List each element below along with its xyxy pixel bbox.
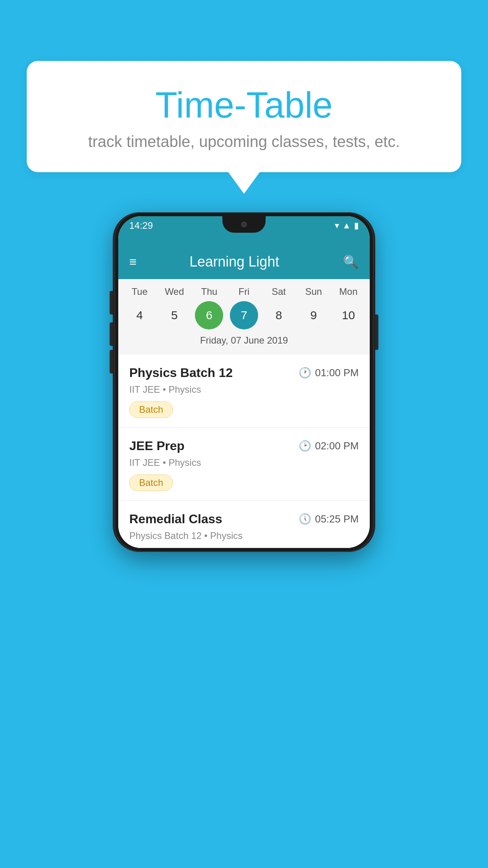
schedule-item-3-title: Remedial Class — [129, 512, 222, 526]
schedule-item-3-time: 🕔 05:25 PM — [299, 513, 359, 525]
calendar-header: Tue Wed Thu Fri Sat Sun Mon 4 5 6 7 8 9 … — [118, 279, 370, 355]
app-bar: ≡ Learning Light 🔍 — [118, 245, 370, 279]
schedule-item-1-subtitle: IIT JEE • Physics — [129, 384, 359, 395]
status-time: 14:29 — [129, 220, 153, 231]
day-5[interactable]: 5 — [160, 301, 189, 329]
day-name-sun: Sun — [299, 286, 328, 297]
search-icon[interactable]: 🔍 — [343, 254, 359, 269]
speech-bubble-title: Time-Table — [46, 85, 442, 126]
day-name-thu: Thu — [195, 286, 223, 297]
day-6-today[interactable]: 6 — [195, 301, 223, 329]
schedule-item-3-header: Remedial Class 🕔 05:25 PM — [129, 512, 359, 526]
phone-outer: 14:29 ▾ ▲ ▮ ≡ Learning Light 🔍 Tue — [114, 212, 374, 552]
hamburger-icon[interactable]: ≡ — [129, 256, 137, 268]
day-name-mon: Mon — [334, 286, 363, 297]
speech-bubble-wrapper: Time-Table track timetable, upcoming cla… — [27, 61, 461, 194]
schedule-item-2-subtitle: IIT JEE • Physics — [129, 457, 359, 468]
signal-icon: ▲ — [342, 221, 351, 231]
wifi-icon: ▾ — [335, 221, 339, 231]
day-7-selected[interactable]: 7 — [230, 301, 258, 329]
schedule-item-3[interactable]: Remedial Class 🕔 05:25 PM Physics Batch … — [118, 501, 370, 548]
selected-date-label: Friday, 07 June 2019 — [118, 335, 370, 351]
day-names-row: Tue Wed Thu Fri Sat Sun Mon — [118, 286, 370, 297]
day-8[interactable]: 8 — [265, 301, 293, 329]
schedule-item-2-time-text: 02:00 PM — [315, 440, 359, 452]
day-name-wed: Wed — [160, 286, 189, 297]
notch-bar: 14:29 ▾ ▲ ▮ — [118, 216, 370, 245]
schedule-item-1-header: Physics Batch 12 🕐 01:00 PM — [129, 366, 359, 380]
speech-bubble-arrow — [228, 172, 260, 194]
notch-cutout — [222, 216, 266, 233]
phone-wrapper: 14:29 ▾ ▲ ▮ ≡ Learning Light 🔍 Tue — [27, 212, 461, 552]
schedule-item-1[interactable]: Physics Batch 12 🕐 01:00 PM IIT JEE • Ph… — [118, 355, 370, 428]
day-10[interactable]: 10 — [334, 301, 363, 329]
day-4[interactable]: 4 — [125, 301, 154, 329]
schedule-item-3-subtitle: Physics Batch 12 • Physics — [129, 530, 359, 541]
status-icons: ▾ ▲ ▮ — [335, 221, 359, 231]
camera-icon — [241, 222, 247, 227]
speech-bubble-subtitle: track timetable, upcoming classes, tests… — [46, 133, 442, 151]
schedule-item-1-time-text: 01:00 PM — [315, 367, 359, 379]
schedule-item-3-time-text: 05:25 PM — [315, 513, 359, 525]
schedule-item-2[interactable]: JEE Prep 🕑 02:00 PM IIT JEE • Physics Ba… — [118, 428, 370, 501]
day-name-fri: Fri — [230, 286, 258, 297]
clock-icon-2: 🕑 — [299, 440, 311, 452]
batch-badge-1: Batch — [129, 401, 173, 418]
schedule-item-2-title: JEE Prep — [129, 439, 185, 453]
day-name-sat: Sat — [265, 286, 293, 297]
clock-icon-3: 🕔 — [299, 513, 311, 525]
speech-bubble: Time-Table track timetable, upcoming cla… — [27, 61, 461, 172]
day-numbers-row: 4 5 6 7 8 9 10 — [118, 301, 370, 329]
clock-icon-1: 🕐 — [299, 367, 311, 379]
battery-icon: ▮ — [354, 221, 359, 231]
phone-screen: 14:29 ▾ ▲ ▮ ≡ Learning Light 🔍 Tue — [118, 216, 370, 548]
day-9[interactable]: 9 — [299, 301, 328, 329]
schedule-item-2-header: JEE Prep 🕑 02:00 PM — [129, 439, 359, 453]
day-name-tue: Tue — [125, 286, 154, 297]
schedule-list: Physics Batch 12 🕐 01:00 PM IIT JEE • Ph… — [118, 355, 370, 548]
schedule-item-2-time: 🕑 02:00 PM — [299, 440, 359, 452]
schedule-item-1-time: 🕐 01:00 PM — [299, 367, 359, 379]
app-title: Learning Light — [146, 254, 323, 270]
schedule-item-1-title: Physics Batch 12 — [129, 366, 233, 380]
batch-badge-2: Batch — [129, 474, 173, 491]
